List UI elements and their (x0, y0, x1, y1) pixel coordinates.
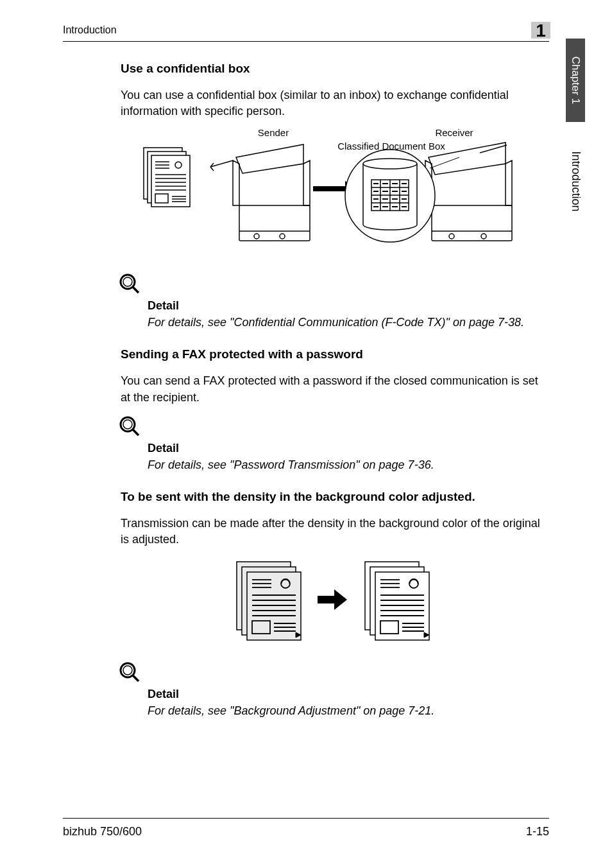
svg-point-19 (280, 234, 285, 239)
svg-line-58 (133, 287, 139, 293)
section1-detail-label: Detail (148, 299, 544, 313)
svg-rect-64 (247, 572, 301, 640)
svg-line-100 (133, 675, 139, 681)
magnify-icon (118, 272, 544, 298)
section1-paragraph: You can use a confidential box (similar … (121, 87, 544, 119)
magnify-icon (118, 415, 544, 440)
svg-rect-16 (239, 205, 310, 241)
section2-paragraph: You can send a FAX protected with a pass… (121, 373, 544, 405)
magnify-icon (118, 661, 544, 686)
section2-heading: Sending a FAX protected with a password (121, 347, 544, 361)
section3-paragraph: Transmission can be made after the densi… (121, 516, 544, 548)
diagram-confidential-box: Sender Receiver Classified Document Box (133, 128, 544, 253)
page-header: Introduction (63, 24, 549, 42)
section1-detail-text: For details, see "Confidential Communica… (148, 314, 544, 331)
section3-heading: To be sent with the density in the backg… (121, 490, 544, 504)
footer-model: bizhub 750/600 (63, 825, 142, 838)
svg-rect-25 (432, 205, 512, 241)
svg-point-60 (123, 420, 132, 429)
arrow-right-icon (316, 587, 348, 612)
page-footer: bizhub 750/600 1-15 (63, 818, 549, 838)
svg-rect-23 (313, 186, 345, 191)
section3-detail-label: Detail (148, 688, 544, 701)
side-tab-section-label: Introduction (569, 151, 582, 211)
side-tab-section: Introduction (566, 128, 585, 234)
svg-point-57 (123, 277, 132, 286)
svg-point-27 (449, 234, 454, 239)
svg-marker-80 (334, 589, 347, 610)
chapter-number-box: 1 (531, 22, 550, 39)
diagram-sender-label: Sender (258, 128, 289, 138)
svg-rect-79 (318, 596, 334, 603)
header-title: Introduction (63, 24, 117, 36)
chapter-number: 1 (536, 21, 546, 41)
svg-line-22 (210, 167, 214, 171)
side-tab-chapter-label: Chapter 1 (569, 56, 582, 105)
footer-page: 1-15 (526, 825, 549, 838)
section2-detail-text: For details, see "Password Transmission"… (148, 456, 544, 473)
section3-detail-text: For details, see "Background Adjustment"… (148, 702, 544, 719)
svg-line-20 (210, 161, 233, 167)
diagram-density-adjust (121, 558, 544, 641)
svg-line-55 (430, 157, 459, 168)
svg-rect-83 (375, 572, 429, 640)
side-tab-chapter: Chapter 1 (566, 39, 585, 122)
diagram-receiver-label: Receiver (435, 128, 473, 138)
svg-point-28 (481, 234, 486, 239)
section2-detail-label: Detail (148, 442, 544, 455)
svg-point-18 (254, 234, 259, 239)
svg-point-99 (123, 666, 132, 675)
section1-heading: Use a confidential box (121, 62, 544, 76)
page-content: Use a confidential box You can use a con… (121, 62, 544, 736)
svg-line-61 (133, 430, 139, 435)
